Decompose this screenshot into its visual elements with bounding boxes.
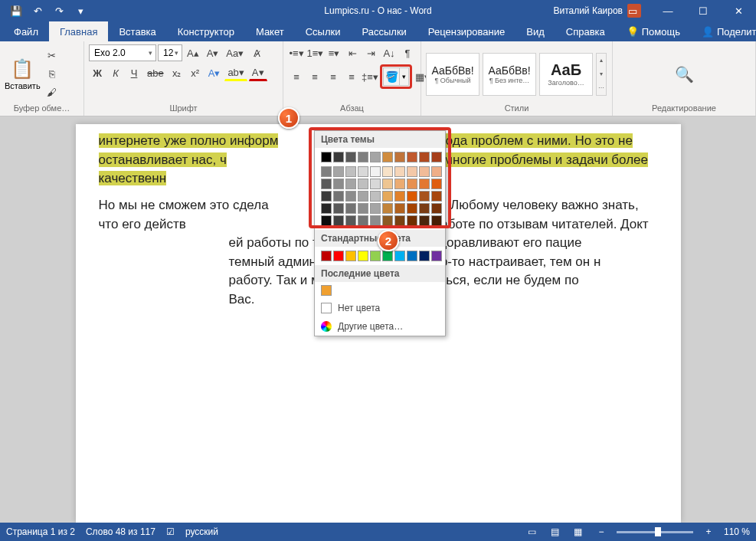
more-colors-item[interactable]: Другие цвета…	[315, 317, 445, 336]
no-color-item[interactable]: Нет цвета	[315, 299, 445, 317]
sort-icon[interactable]: A↓	[381, 44, 398, 61]
color-swatch[interactable]	[358, 215, 368, 226]
color-swatch[interactable]	[333, 191, 344, 202]
color-swatch[interactable]	[358, 191, 368, 202]
color-swatch[interactable]	[321, 152, 332, 162]
color-swatch[interactable]	[394, 166, 405, 177]
font-name-combo[interactable]: Exo 2.0	[89, 44, 156, 61]
color-swatch[interactable]	[431, 251, 442, 261]
color-swatch[interactable]	[321, 203, 332, 214]
superscript-button[interactable]: x²	[187, 64, 204, 81]
color-swatch[interactable]	[333, 166, 344, 177]
clear-format-icon[interactable]: A̷	[248, 44, 265, 61]
change-case-icon[interactable]: Aa▾	[223, 44, 247, 61]
color-swatch[interactable]	[358, 152, 368, 162]
color-swatch[interactable]	[407, 215, 417, 226]
color-swatch[interactable]	[382, 152, 393, 162]
color-swatch[interactable]	[431, 152, 442, 162]
color-swatch[interactable]	[370, 203, 381, 214]
color-swatch[interactable]	[431, 191, 442, 202]
numbering-icon[interactable]: 1≡▾	[306, 44, 324, 61]
maximize-button[interactable]: ☐	[686, 0, 721, 21]
ribbon-options-icon[interactable]: ▭	[615, 0, 650, 21]
zoom-thumb[interactable]	[655, 527, 661, 536]
tab-help[interactable]: Справка	[555, 21, 616, 41]
find-icon[interactable]: 🔍	[675, 65, 694, 84]
status-words[interactable]: Слово 48 из 117	[86, 526, 155, 537]
color-swatch[interactable]	[407, 203, 417, 214]
color-swatch[interactable]	[431, 166, 442, 177]
color-swatch[interactable]	[345, 203, 356, 214]
color-swatch[interactable]	[333, 215, 344, 226]
color-swatch[interactable]	[382, 179, 393, 189]
text-effects-icon[interactable]: A▾	[205, 64, 224, 81]
color-swatch[interactable]	[345, 152, 356, 162]
zoom-level[interactable]: 110 %	[724, 526, 750, 537]
tab-layout[interactable]: Макет	[245, 21, 295, 41]
recent-color-swatch[interactable]	[321, 285, 332, 296]
color-swatch[interactable]	[345, 215, 356, 226]
color-swatch[interactable]	[407, 152, 417, 162]
share-button[interactable]: 👤Поделиться	[691, 21, 756, 41]
decrease-indent-icon[interactable]: ⇤	[344, 44, 361, 61]
style-no-spacing[interactable]: АаБбВв! ¶ Без инте…	[483, 53, 536, 96]
close-button[interactable]: ✕	[721, 0, 756, 21]
cut-icon[interactable]: ✂	[44, 48, 61, 64]
style-normal[interactable]: АаБбВв! ¶ Обычный	[426, 53, 479, 96]
styles-scroll[interactable]: ▴▾⋯	[596, 53, 607, 96]
color-swatch[interactable]	[321, 166, 332, 177]
copy-icon[interactable]: ⎘	[44, 66, 61, 83]
color-swatch[interactable]	[333, 152, 344, 162]
color-swatch[interactable]	[419, 152, 430, 162]
color-swatch[interactable]	[419, 251, 430, 261]
color-swatch[interactable]	[431, 179, 442, 189]
paste-label[interactable]: Вставить	[5, 81, 41, 90]
style-heading[interactable]: АаБ Заголово…	[539, 53, 593, 96]
tab-home[interactable]: Главная	[49, 21, 108, 41]
color-swatch[interactable]	[370, 191, 381, 202]
align-left-icon[interactable]: ≡	[288, 68, 305, 85]
highlight-color-icon[interactable]: ab▾	[224, 64, 247, 81]
color-swatch[interactable]	[419, 191, 430, 202]
color-swatch[interactable]	[358, 166, 368, 177]
show-marks-icon[interactable]: ¶	[399, 44, 416, 61]
redo-icon[interactable]: ↷	[49, 2, 69, 20]
color-swatch[interactable]	[419, 179, 430, 189]
color-swatch[interactable]	[382, 166, 393, 177]
tab-review[interactable]: Рецензирование	[417, 21, 515, 41]
underline-button[interactable]: Ч	[126, 64, 142, 81]
color-swatch[interactable]	[345, 251, 356, 261]
save-icon[interactable]: 💾	[6, 2, 26, 20]
tab-insert[interactable]: Вставка	[108, 21, 166, 41]
color-swatch[interactable]	[419, 203, 430, 214]
strike-button[interactable]: abe	[144, 64, 167, 81]
zoom-out-button[interactable]: −	[594, 525, 609, 539]
color-swatch[interactable]	[370, 215, 381, 226]
justify-icon[interactable]: ≡	[343, 68, 360, 85]
align-center-icon[interactable]: ≡	[306, 68, 323, 85]
color-swatch[interactable]	[394, 179, 405, 189]
tell-me[interactable]: 💡Помощь	[616, 21, 691, 41]
color-swatch[interactable]	[345, 166, 356, 177]
color-swatch[interactable]	[407, 166, 417, 177]
color-swatch[interactable]	[394, 215, 405, 226]
color-swatch[interactable]	[431, 215, 442, 226]
undo-icon[interactable]: ↶	[28, 2, 47, 20]
color-swatch[interactable]	[419, 215, 430, 226]
grow-font-icon[interactable]: A▴	[184, 44, 202, 61]
qat-customize-icon[interactable]: ▾	[70, 2, 90, 20]
web-layout-icon[interactable]: ▦	[571, 525, 586, 539]
italic-button[interactable]: К	[107, 64, 124, 81]
color-swatch[interactable]	[382, 203, 393, 214]
shading-button[interactable]: 🪣	[384, 68, 399, 85]
read-mode-icon[interactable]: ▭	[525, 525, 540, 539]
color-swatch[interactable]	[333, 251, 344, 261]
bold-button[interactable]: Ж	[89, 64, 106, 81]
print-layout-icon[interactable]: ▤	[548, 525, 563, 539]
format-painter-icon[interactable]: 🖌	[44, 84, 61, 101]
color-swatch[interactable]	[321, 191, 332, 202]
color-swatch[interactable]	[394, 191, 405, 202]
font-color-icon[interactable]: A▾	[249, 64, 267, 81]
color-swatch[interactable]	[333, 179, 344, 189]
shrink-font-icon[interactable]: A▾	[204, 44, 222, 61]
